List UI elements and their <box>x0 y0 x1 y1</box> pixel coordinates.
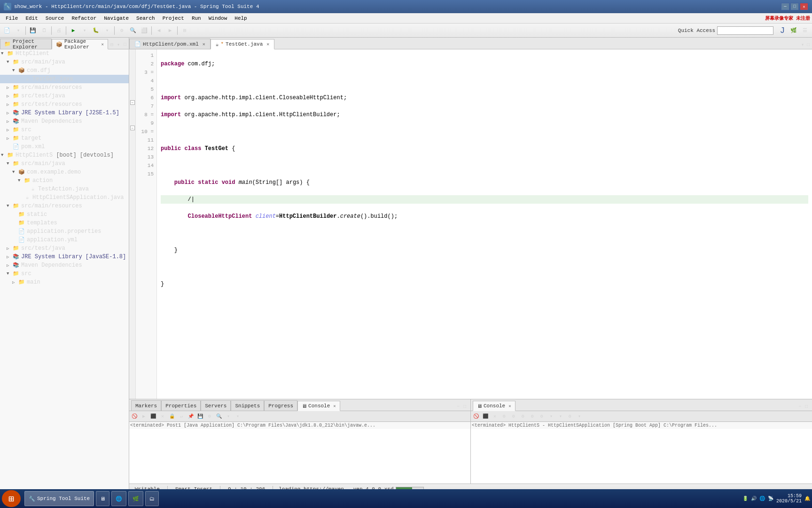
console-ext1[interactable]: ⚙ <box>205 412 214 421</box>
menu-window[interactable]: Window <box>205 13 231 23</box>
console-left-maximize[interactable]: □ <box>462 404 468 410</box>
tree-item-app-yml[interactable]: 📄 application.yml <box>0 236 129 244</box>
tree-item-jre[interactable]: ▷ 📚 JRE System Library [J2SE-1.5] <box>0 109 129 117</box>
console-right-close[interactable]: ✕ <box>508 404 511 409</box>
toolbar-run[interactable]: ▶ <box>68 25 78 36</box>
fold-indicator-8[interactable]: − <box>130 100 135 105</box>
toolbar-ext2[interactable]: 🔍 <box>128 25 138 36</box>
console-r-clear[interactable]: 🚫 <box>472 412 480 421</box>
tree-item-static[interactable]: 📁 static <box>0 210 129 219</box>
console-r-ext8[interactable]: ⚙ <box>566 412 574 421</box>
tab-properties[interactable]: Properties <box>161 400 201 411</box>
tree-item-httpclientsapp-java[interactable]: ☕ HttpClientSApplication.java <box>0 193 129 202</box>
tree-item-testaction[interactable]: ☕ TestAction.java <box>0 185 129 193</box>
pom-tab-close[interactable]: ✕ <box>203 41 205 47</box>
menu-source[interactable]: Source <box>42 13 68 23</box>
tab-console-right[interactable]: 🖥 Console ✕ <box>473 401 515 411</box>
console-save[interactable]: 💾 <box>196 412 204 421</box>
tree-item-s-jre[interactable]: ▷ 📚 JRE System Library [JavaSE-1.8] <box>0 253 129 261</box>
maximize-button[interactable]: □ <box>790 3 799 10</box>
tree-item-src-test-res[interactable]: ▷ 📁 src/test/resources <box>0 100 129 109</box>
console-r-ext1[interactable]: ⚙ <box>500 412 508 421</box>
console-left-close[interactable]: ✕ <box>333 404 336 409</box>
tree-item-target[interactable]: ▷ 📁 target <box>0 134 129 143</box>
console-right-output[interactable] <box>471 429 812 484</box>
editor-view-menu[interactable]: ▾ <box>800 41 805 48</box>
console-r-ext2[interactable]: ⚙ <box>509 412 518 421</box>
toolbar-debug-dropdown[interactable]: ▾ <box>102 25 112 36</box>
tree-item-src-main-resources[interactable]: ▷ 📁 src/main/resources <box>0 83 129 92</box>
toolbar-print[interactable]: 🖨 <box>54 25 64 36</box>
toolbar-perspective-switcher[interactable]: J <box>777 25 788 36</box>
console-word-wrap[interactable]: ↵ <box>177 412 186 421</box>
tree-item-testget[interactable]: ☕ TestGet.java <box>0 75 129 83</box>
taskbar-app-5[interactable]: 🗂 <box>145 491 159 506</box>
explorer-maximize[interactable]: □ <box>122 41 128 48</box>
toolbar-perspective[interactable]: ⊞ <box>180 25 190 36</box>
tree-item-maven-deps[interactable]: ▷ 📚 Maven Dependencies <box>0 117 129 126</box>
console-r-ext6[interactable]: ▾ <box>547 412 555 421</box>
taskbar-app-2[interactable]: 🖥 <box>96 491 109 506</box>
taskbar-app-4[interactable]: 🌿 <box>128 491 143 506</box>
file-tree[interactable]: ▼ 📁 HttpClient ▼ 📁 src/main/java ▼ 📦 com… <box>0 49 129 494</box>
taskbar-app-3[interactable]: 🌐 <box>111 491 126 506</box>
tree-item-com-example[interactable]: ▼ 📦 com.example.demo <box>0 168 129 176</box>
console-right-minimize[interactable]: − <box>797 404 803 410</box>
menu-file[interactable]: File <box>2 13 22 23</box>
tree-item-app-props[interactable]: 📄 application.properties <box>0 227 129 236</box>
tab-snippets[interactable]: Snippets <box>231 400 264 411</box>
tree-item-src-test-java[interactable]: ▷ 📁 src/test/java <box>0 92 129 100</box>
console-r-remove[interactable]: ✕ <box>491 412 499 421</box>
toolbar-forward[interactable]: ▶ <box>165 25 175 36</box>
tab-pom-xml[interactable]: 📄 HttpClient/pom.xml ✕ <box>129 39 211 49</box>
console-ext3[interactable]: ▾ <box>224 412 233 421</box>
fold-indicator-10[interactable]: − <box>130 126 135 130</box>
tree-item-s-src-main-res[interactable]: ▼ 📁 src/main/resources <box>0 202 129 210</box>
tree-item-s-src[interactable]: ▼ 📁 src <box>0 270 129 278</box>
tree-item-main[interactable]: ▷ 📁 main <box>0 278 129 286</box>
testget-tab-close[interactable]: ✕ <box>266 41 269 47</box>
console-ext2[interactable]: 🔍 <box>215 412 223 421</box>
toolbar-dropdown[interactable]: ▾ <box>13 25 23 36</box>
console-right-maximize[interactable]: □ <box>804 404 809 410</box>
quick-access-input[interactable] <box>717 26 773 35</box>
menu-search[interactable]: Search <box>133 13 159 23</box>
console-left-minimize[interactable]: − <box>455 404 461 410</box>
tree-item-s-maven[interactable]: ▷ 📚 Maven Dependencies <box>0 261 129 270</box>
console-clear[interactable]: 🚫 <box>130 412 139 421</box>
toolbar-back[interactable]: ◀ <box>154 25 164 36</box>
toolbar-new[interactable]: 📄 <box>2 25 12 36</box>
tree-item-action[interactable]: ▼ 📁 action <box>0 176 129 185</box>
tab-project-explorer[interactable]: 📁 Project Explorer <box>0 39 52 49</box>
toolbar-perspective2[interactable]: 🌿 <box>789 25 799 36</box>
toolbar-save-all[interactable]: 🗒 <box>39 25 49 36</box>
taskbar-notification[interactable]: 🔔 <box>804 496 810 501</box>
tab-progress[interactable]: Progress <box>264 400 297 411</box>
package-explorer-x[interactable]: ✕ <box>102 42 104 47</box>
menu-edit[interactable]: Edit <box>22 13 41 23</box>
tab-markers[interactable]: Markers <box>131 400 161 411</box>
explorer-view-menu[interactable]: ▾ <box>116 41 121 48</box>
editor-maximize[interactable]: □ <box>805 42 811 48</box>
tree-item-src[interactable]: ▷ 📁 src <box>0 126 129 134</box>
tab-testget-java[interactable]: ☕ * TestGet.java ✕ <box>211 39 274 49</box>
tree-item-httpclientsapp[interactable]: ▼ 📁 HttpClientS [boot] [devtools] <box>0 151 129 159</box>
tab-servers[interactable]: Servers <box>201 400 231 411</box>
console-remove[interactable]: ✕ <box>158 412 167 421</box>
console-r-ext9[interactable]: ▾ <box>575 412 584 421</box>
tab-console-left[interactable]: 🖥 Console ✕ <box>297 401 340 411</box>
menu-refactor[interactable]: Refactor <box>68 13 100 23</box>
close-button[interactable]: ✕ <box>800 3 808 10</box>
window-controls[interactable]: ─ □ ✕ <box>781 3 808 10</box>
tree-item-pomxml[interactable]: 📄 pom.xml <box>0 143 129 151</box>
explorer-collapse-all[interactable]: ⊟ <box>109 41 115 48</box>
tab-package-explorer[interactable]: 📦 Package Explorer ✕ <box>52 39 108 49</box>
code-lines[interactable]: package com.dfj; import org.apache.http.… <box>157 49 812 399</box>
console-left-output[interactable] <box>129 429 470 484</box>
toolbar-ext1[interactable]: ⚙ <box>117 25 127 36</box>
toolbar-save[interactable]: 💾 <box>28 25 38 36</box>
console-run[interactable]: ▶ <box>140 412 148 421</box>
menu-run[interactable]: Run <box>188 13 205 23</box>
tree-item-src-main-java[interactable]: ▼ 📁 src/main/java <box>0 58 129 66</box>
menu-help[interactable]: Help <box>231 13 250 23</box>
